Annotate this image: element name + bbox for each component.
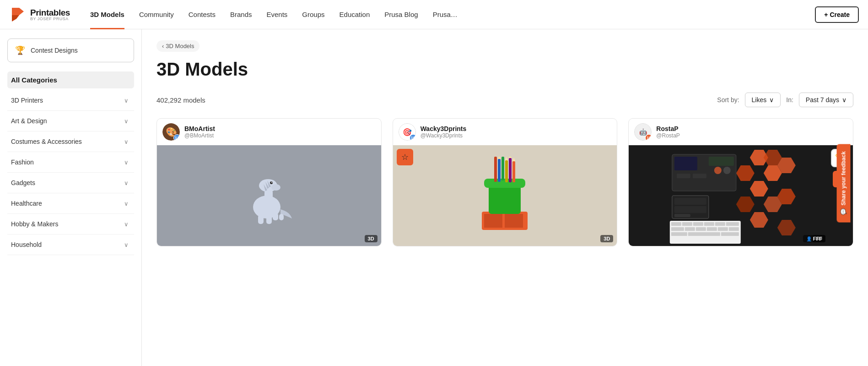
sort-select[interactable]: Likes ∨ [745,93,781,107]
card-image-3: 🏆 ☆ 3D 👤 FFF [629,145,853,246]
svg-rect-63 [685,227,695,231]
svg-marker-31 [512,158,515,161]
panel-svg [629,145,853,246]
svg-rect-54 [674,214,690,217]
logo-icon [9,6,27,23]
svg-rect-59 [704,222,714,226]
svg-rect-20 [494,157,497,182]
sidebar-item-gadgets[interactable]: Gadgets ∨ [7,173,134,193]
svg-rect-46 [677,174,690,178]
avatar-badge-3: 19 [645,134,652,141]
sidebar: 🏆 Contest Designs All Categories 3D Prin… [0,29,142,366]
logo[interactable]: Printables by JOSEF PRUSA [9,6,70,23]
chevron-down-icon: ∨ [122,179,130,187]
main-layout: 🏆 Contest Designs All Categories 3D Prin… [0,29,868,366]
sidebar-item-costumes-accessories[interactable]: Costumes & Accessories ∨ [7,131,134,152]
card-handle-3: @RostaP [656,132,680,139]
logo-text: Printables [30,8,70,17]
svg-rect-16 [484,214,502,228]
svg-rect-53 [674,206,706,213]
svg-rect-56 [671,222,681,226]
contest-designs-button[interactable]: 🏆 Contest Designs [7,38,134,62]
svg-rect-23 [505,160,508,182]
svg-rect-22 [501,157,504,180]
sidebar-item-healthcare[interactable]: Healthcare ∨ [7,193,134,214]
model-card-2[interactable]: 🎯 10 Wacky3Dprints @Wacky3Dprints [393,118,618,246]
card-username-3: RostaP [656,125,680,132]
nav-item-education[interactable]: Education [332,0,377,29]
sidebar-item-fashion[interactable]: Fashion ∨ [7,152,134,173]
svg-point-49 [714,167,722,174]
svg-marker-30 [509,157,512,158]
feedback-button[interactable]: 💬 Share your feedback [836,144,850,222]
svg-rect-68 [671,232,687,236]
svg-point-5 [271,184,280,191]
card-image-2: ☆ 3D [393,145,617,246]
avatar-1: 🎨 11 [162,123,180,141]
svg-point-6 [270,181,273,184]
chevron-down-icon: ∨ [122,199,130,208]
model-card-1[interactable]: 🎨 11 BMoArtist @BMoArtist [156,118,382,246]
svg-rect-19 [484,179,525,188]
sidebar-item-hobby-makers[interactable]: Hobby & Makers ∨ [7,214,134,235]
svg-rect-65 [707,227,717,231]
logo-subtext: by JOSEF PRUSA [30,17,70,21]
svg-rect-14 [279,214,284,220]
models-count: 402,292 models [156,96,205,104]
person-icon: 👤 [806,236,812,241]
svg-rect-64 [696,227,706,231]
format-badge-3d-2: 3D [600,235,613,242]
filter-controls: Sort by: Likes ∨ In: Past 7 days ∨ [717,93,853,107]
time-select[interactable]: Past 7 days ∨ [799,93,853,107]
nav-item-events[interactable]: Events [259,0,295,29]
svg-marker-29 [505,157,508,160]
chevron-left-icon: ‹ [162,43,164,49]
svg-marker-0 [12,8,24,15]
content-area: ‹ 3D Models 3D Models 402,292 models Sor… [142,29,868,366]
svg-marker-1 [12,15,19,22]
sidebar-item-household[interactable]: Household ∨ [7,235,134,255]
nav-item-community[interactable]: Community [132,0,181,29]
svg-rect-67 [729,227,739,231]
header: Printables by JOSEF PRUSA 3D Models Comm… [0,0,868,29]
model-card-3[interactable]: 🤖 19 RostaP @RostaP [628,118,853,246]
sidebar-item-art-design[interactable]: Art & Design ∨ [7,111,134,131]
breadcrumb: ‹ 3D Models [156,40,853,52]
format-badge-fff-3: 👤 FFF [803,235,825,242]
all-categories-header: All Categories [7,71,134,88]
sidebar-item-3d-printers[interactable]: 3D Printers ∨ [7,90,134,111]
nav-item-prusa-blog[interactable]: Prusa Blog [377,0,425,29]
nav-item-3d-models[interactable]: 3D Models [83,0,132,29]
chevron-down-icon: ∨ [122,117,130,125]
svg-rect-13 [273,213,278,220]
chevron-down-icon: ∨ [769,96,774,104]
svg-rect-60 [715,222,725,226]
nav-item-prusa-more[interactable]: Prusa… [426,0,465,29]
svg-rect-62 [671,227,684,231]
avatar-badge-1: 11 [173,134,180,141]
svg-rect-17 [505,214,523,228]
svg-rect-24 [509,158,512,182]
card-handle-1: @BMoArtist [184,132,215,139]
chevron-down-icon: ∨ [122,96,130,104]
svg-rect-47 [693,174,706,178]
svg-rect-12 [266,215,272,224]
create-button[interactable]: + Create [815,6,859,23]
card-header-3: 🤖 19 RostaP @RostaP [629,119,853,145]
svg-rect-21 [498,159,501,182]
dino-svg [242,164,297,228]
nav-item-contests[interactable]: Contests [181,0,223,29]
star-badge-2: ☆ [397,149,413,165]
chevron-down-icon: ∨ [842,96,846,104]
filter-bar: 402,292 models Sort by: Likes ∨ In: Past… [156,93,853,107]
breadcrumb-back-button[interactable]: ‹ 3D Models [156,40,199,52]
svg-rect-52 [674,198,706,205]
chevron-down-icon: ∨ [122,220,130,228]
avatar-3: 🤖 19 [634,123,652,141]
nav-item-brands[interactable]: Brands [223,0,259,29]
svg-rect-70 [721,232,739,236]
cards-grid: 🎨 11 BMoArtist @BMoArtist [156,118,853,246]
sort-label: Sort by: [717,96,739,104]
nav-item-groups[interactable]: Groups [295,0,332,29]
svg-rect-61 [726,222,739,226]
